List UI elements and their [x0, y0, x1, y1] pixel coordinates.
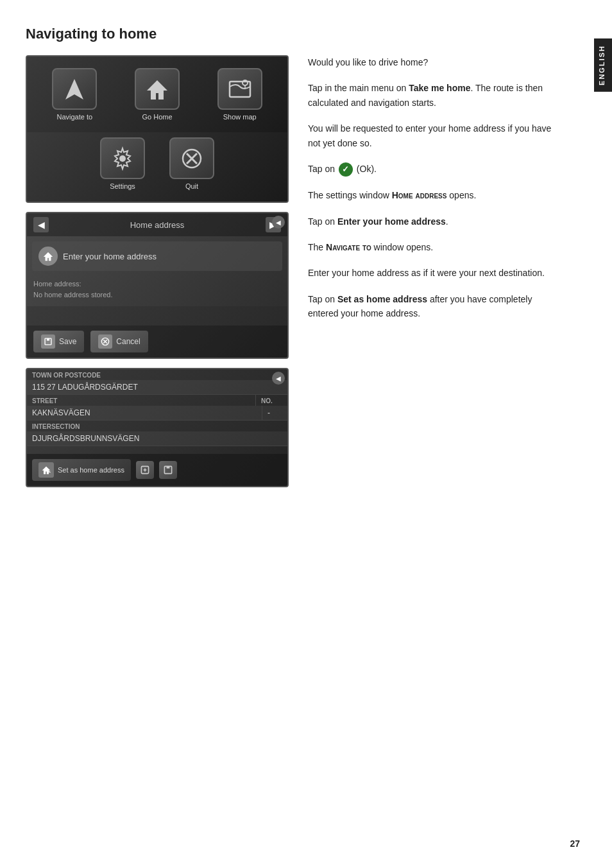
show-map-label: Show map	[223, 113, 257, 121]
svg-marker-9	[44, 252, 53, 261]
para6-suffix: window opens.	[371, 242, 434, 252]
addr-info-line2: No home address stored.	[33, 290, 281, 300]
para5-prefix: Tap on	[308, 216, 337, 227]
svg-rect-20	[167, 466, 170, 468]
para-tap-enter: Tap on Enter your home address.	[308, 214, 558, 229]
side-language-tab: ENGLISH	[594, 39, 612, 92]
page-title: Navigating to home	[26, 26, 558, 42]
para-enter-request: You will be requested to enter your home…	[308, 121, 558, 150]
para2-bold: Take me home	[409, 83, 470, 93]
home-address-panel: ◀ ◀ Home address ▶ Enter your home addre…	[26, 212, 289, 359]
set-home-icon	[38, 462, 54, 478]
para-set-home: Tap on Set as home address after you hav…	[308, 292, 558, 321]
addr-panel-title: Home address	[130, 220, 185, 230]
para5-suffix: .	[446, 216, 448, 227]
street-field-value: KAKNÄSVÄGEN	[27, 406, 262, 421]
para6-prefix: The	[308, 242, 326, 252]
para-drive-home: Would you like to drive home?	[308, 55, 558, 69]
svg-marker-0	[65, 79, 83, 100]
show-map-icon	[217, 68, 262, 110]
para-settings-window: The settings window Home address opens.	[308, 188, 558, 202]
addr-footer: Save Cancel	[27, 326, 287, 358]
ok-icon	[339, 162, 353, 177]
para8-prefix: Tap on	[308, 294, 337, 304]
save-button[interactable]: Save	[33, 331, 84, 352]
form-icon-btn-1[interactable]	[136, 461, 154, 479]
addr-back-button[interactable]: ◀	[33, 217, 49, 232]
address-form-panel: ◀ Town or Postcode 115 27 LADUGÅRDSGÄRDE…	[26, 368, 289, 487]
addr-info-block: Home address: No home address stored.	[27, 276, 287, 306]
main-menu-panel: Navigate to Go Home	[26, 55, 289, 203]
cancel-icon	[98, 334, 112, 349]
para8-bold: Set as home address	[337, 294, 427, 304]
panel-close-button[interactable]: ◀	[272, 216, 285, 229]
show-map-button[interactable]: Show map	[198, 63, 281, 126]
para6-smallcaps: Navigate to	[326, 242, 371, 252]
navigate-to-label: Navigate to	[57, 113, 93, 121]
intersection-field-label: Intersection	[27, 421, 287, 431]
form-footer: Set as home address	[27, 454, 287, 486]
save-label: Save	[59, 337, 76, 346]
no-field-label: No.	[255, 395, 287, 406]
settings-button[interactable]: Settings	[98, 132, 148, 195]
intersection-field-value: DJURGÅRDSBRUNNSVÄGEN	[27, 431, 287, 446]
para-tap-ok: Tap on (Ok).	[308, 162, 558, 177]
quit-label: Quit	[185, 182, 198, 190]
go-home-icon	[135, 68, 180, 110]
go-home-button[interactable]: Go Home	[116, 63, 199, 126]
street-field-label: Street	[27, 395, 255, 406]
form-icon-btn-2[interactable]	[159, 461, 177, 479]
cancel-label: Cancel	[116, 337, 140, 346]
settings-label: Settings	[110, 182, 135, 190]
form-panel-close-button[interactable]: ◀	[272, 372, 285, 385]
navigate-to-button[interactable]: Navigate to	[33, 63, 116, 126]
set-home-address-button[interactable]: Set as home address	[32, 459, 131, 481]
addr-info-line1: Home address:	[33, 279, 281, 290]
cancel-button[interactable]: Cancel	[90, 331, 148, 352]
svg-marker-1	[147, 80, 167, 100]
navigate-to-icon	[52, 68, 97, 110]
svg-marker-15	[42, 466, 51, 474]
page-number: 27	[570, 838, 580, 849]
town-field-value: 115 27 LADUGÅRDSGÄRDET	[27, 380, 287, 395]
save-icon	[41, 334, 55, 349]
town-field-label: Town or Postcode	[27, 369, 287, 380]
enter-home-address-label: Enter your home address	[63, 252, 157, 261]
quit-icon	[169, 137, 214, 179]
left-column: Navigate to Go Home	[26, 55, 289, 496]
set-home-label: Set as home address	[58, 466, 124, 474]
para-navigate-opens: The Navigate to window opens.	[308, 240, 558, 254]
para2-prefix: Tap in the main menu on	[308, 83, 409, 93]
quit-button[interactable]: Quit	[167, 132, 217, 195]
no-field-value: -	[262, 406, 287, 421]
tap-ok-prefix: Tap on	[308, 164, 337, 174]
right-column: Would you like to drive home? Tap in the…	[308, 55, 558, 333]
para-enter-destination: Enter your home address as if it were yo…	[308, 266, 558, 280]
tap-ok-suffix: (Ok).	[354, 164, 377, 174]
para4-suffix: opens.	[446, 190, 476, 200]
settings-icon	[100, 137, 145, 179]
enter-home-address-button[interactable]: Enter your home address	[32, 241, 282, 271]
svg-point-5	[119, 155, 126, 162]
svg-rect-11	[47, 338, 49, 341]
go-home-label: Go Home	[142, 113, 172, 121]
home-icon	[38, 247, 58, 266]
para4-prefix: The settings window	[308, 190, 392, 200]
para-take-me-home: Tap in the main menu on Take me home. Th…	[308, 81, 558, 110]
para4-smallcaps: Home address	[392, 190, 447, 200]
para5-bold: Enter your home address	[337, 216, 446, 227]
